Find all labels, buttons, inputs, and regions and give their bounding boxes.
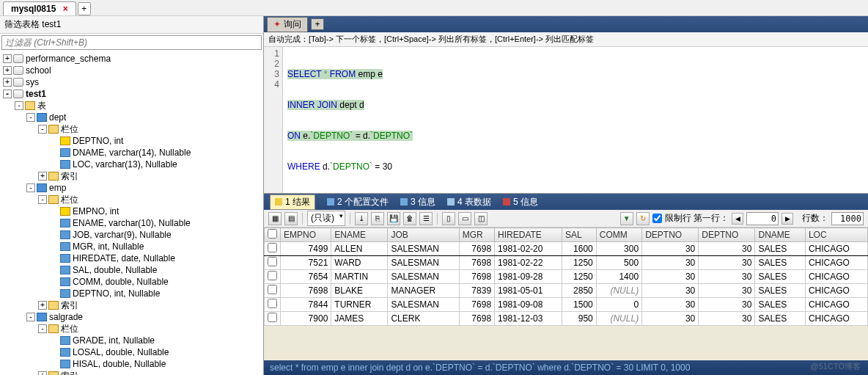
checkbox-header[interactable]: [265, 228, 281, 242]
expand-icon[interactable]: -: [3, 90, 12, 98]
sql-code[interactable]: SELECT * FROM emp e INNER JOIN dept d ON…: [283, 47, 868, 193]
expand-icon[interactable]: +: [38, 301, 47, 310]
expand-icon[interactable]: -: [15, 101, 23, 110]
delete-button[interactable]: 🗑: [403, 212, 416, 225]
col-empno[interactable]: EMPNO, int: [0, 205, 263, 217]
column-header[interactable]: DEPTNO: [699, 228, 755, 242]
db-performance-schema[interactable]: +performance_schema: [0, 53, 263, 65]
column-header[interactable]: JOB: [388, 228, 459, 242]
tab-info1[interactable]: 3 信息: [400, 196, 435, 208]
col-ename[interactable]: ENAME, varchar(10), Nullable: [0, 217, 263, 229]
refresh-button[interactable]: ↻: [636, 212, 650, 225]
expand-icon[interactable]: +: [38, 371, 47, 375]
expand-icon[interactable]: +: [3, 66, 12, 75]
folder-columns[interactable]: -栏位: [0, 194, 263, 205]
column-header[interactable]: COMM: [596, 228, 641, 242]
prev-page-button[interactable]: ◀: [732, 213, 743, 225]
next-page-button[interactable]: ▶: [781, 213, 793, 225]
folder-indexes[interactable]: +索引: [0, 299, 263, 311]
col-comm[interactable]: COMM, double, Nullable: [0, 276, 263, 288]
layout1-button[interactable]: ▯: [442, 212, 455, 225]
column-header[interactable]: DNAME: [755, 228, 805, 242]
db-school[interactable]: +school: [0, 65, 263, 76]
expand-icon[interactable]: -: [26, 183, 35, 192]
expand-icon[interactable]: -: [26, 313, 35, 321]
col-mgr[interactable]: MGR, int, Nullable: [0, 241, 263, 252]
column-header[interactable]: DEPTNO: [642, 228, 699, 242]
table-row[interactable]: 7521WARDSALESMAN76981981-02-221250500303…: [265, 256, 868, 270]
col-hiredate[interactable]: HIREDATE, date, Nullable: [0, 252, 263, 264]
filter-button[interactable]: ▼: [620, 212, 633, 225]
column-header[interactable]: SAL: [562, 228, 597, 242]
column-header[interactable]: HIREDATE: [495, 228, 562, 242]
db-test1[interactable]: -test1: [0, 88, 263, 100]
table-dept[interactable]: -dept: [0, 112, 263, 123]
row-checkbox[interactable]: [265, 298, 281, 312]
expand-icon[interactable]: -: [38, 324, 47, 333]
db-sys[interactable]: +sys: [0, 76, 263, 88]
copy-button[interactable]: ⎘: [371, 212, 384, 225]
col-deptno2[interactable]: DEPTNO, int, Nullable: [0, 288, 263, 299]
col-sal[interactable]: SAL, double, Nullable: [0, 264, 263, 276]
layout2-button[interactable]: ▭: [458, 212, 471, 225]
schema-tree[interactable]: +performance_schema+school+sys-test1-表-d…: [0, 51, 263, 375]
col-job[interactable]: JOB, varchar(9), Nullable: [0, 229, 263, 241]
table-row[interactable]: 7698BLAKEMANAGER78391981-05-012850(NULL)…: [265, 284, 868, 298]
col-hisal[interactable]: HISAL, double, Nullable: [0, 358, 263, 370]
add-query-tab-button[interactable]: +: [311, 18, 324, 30]
table-row[interactable]: 7654MARTINSALESMAN76981981-09-2812501400…: [265, 270, 868, 284]
folder-columns[interactable]: -栏位: [0, 323, 263, 335]
expand-icon[interactable]: -: [38, 195, 47, 204]
col-dname[interactable]: DNAME, varchar(14), Nullable: [0, 147, 263, 159]
row-checkbox[interactable]: [265, 312, 281, 326]
expand-icon[interactable]: -: [26, 113, 35, 122]
expand-icon[interactable]: +: [3, 54, 12, 63]
column-header[interactable]: LOC: [805, 228, 867, 242]
column-header[interactable]: EMPNO: [281, 228, 331, 242]
readonly-dropdown[interactable]: (只读): [307, 211, 345, 226]
close-icon[interactable]: ×: [63, 4, 68, 14]
connection-tab[interactable]: mysql0815 ×: [3, 1, 76, 15]
query-tab[interactable]: ✦ 询问: [267, 17, 308, 32]
rows-input[interactable]: [831, 212, 864, 225]
grid-view-button[interactable]: ▦: [268, 212, 282, 225]
col-loc[interactable]: LOC, varchar(13), Nullable: [0, 159, 263, 170]
expand-icon[interactable]: +: [38, 172, 47, 181]
layout3-button[interactable]: ◫: [474, 212, 488, 225]
folder-indexes[interactable]: +索引: [0, 370, 263, 375]
first-row-input[interactable]: [746, 212, 779, 225]
row-checkbox[interactable]: [265, 256, 281, 270]
view1-button[interactable]: ☰: [419, 212, 433, 225]
tab-profile[interactable]: 2 个配置文件: [327, 196, 389, 208]
expand-icon[interactable]: -: [38, 125, 47, 134]
table-salgrade[interactable]: -salgrade: [0, 311, 263, 323]
folder-tables[interactable]: -表: [0, 100, 263, 112]
save-button[interactable]: 💾: [387, 212, 400, 225]
export-button[interactable]: ⤓: [355, 212, 368, 225]
folder-columns[interactable]: -栏位: [0, 123, 263, 135]
row-checkbox[interactable]: [265, 284, 281, 298]
col-grade[interactable]: GRADE, int, Nullable: [0, 335, 263, 346]
row-checkbox[interactable]: [265, 270, 281, 284]
col-losal[interactable]: LOSAL, double, Nullable: [0, 346, 263, 358]
tab-result[interactable]: 1 结果: [270, 194, 315, 210]
table-row[interactable]: 7844TURNERSALESMAN76981981-09-0815000303…: [265, 298, 868, 312]
column-header[interactable]: ENAME: [331, 228, 388, 242]
form-view-button[interactable]: ▤: [284, 212, 298, 225]
column-header[interactable]: MGR: [459, 228, 494, 242]
limit-checkbox[interactable]: [652, 214, 662, 223]
table-icon: [447, 198, 455, 205]
table-row[interactable]: 7499ALLENSALESMAN76981981-02-20160030030…: [265, 242, 868, 256]
col-deptno[interactable]: DEPTNO, int: [0, 135, 263, 147]
table-row[interactable]: 7900JAMESCLERK76981981-12-03950(NULL)303…: [265, 312, 868, 326]
table-emp[interactable]: -emp: [0, 182, 263, 194]
sql-editor[interactable]: 1234 SELECT * FROM emp e INNER JOIN dept…: [264, 47, 868, 194]
tab-tabledata[interactable]: 4 表数据: [447, 196, 491, 208]
add-tab-button[interactable]: +: [78, 2, 91, 15]
row-checkbox[interactable]: [265, 242, 281, 256]
result-grid[interactable]: EMPNOENAMEJOBMGRHIREDATESALCOMMDEPTNODEP…: [264, 227, 868, 326]
tab-info2[interactable]: 5 信息: [503, 196, 538, 208]
folder-indexes[interactable]: +索引: [0, 170, 263, 182]
filter-input[interactable]: [1, 35, 262, 50]
expand-icon[interactable]: +: [3, 78, 12, 87]
